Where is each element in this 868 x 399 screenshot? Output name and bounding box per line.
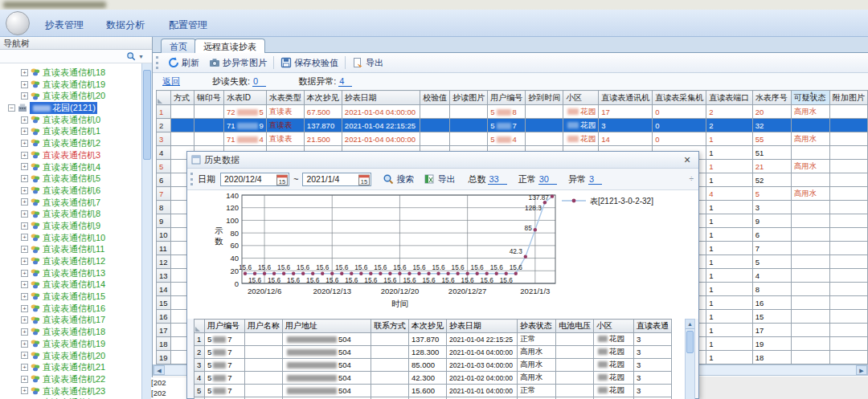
tree-node-communicator[interactable]: +直读表通信机7 <box>0 197 141 209</box>
dialog-titlebar[interactable]: 历史数据 × <box>187 152 698 169</box>
data-abnormal-count[interactable]: 4 <box>338 76 352 87</box>
column-header[interactable]: 抄读图片 <box>450 91 488 105</box>
tree-expander-icon[interactable]: + <box>21 316 28 324</box>
tree-node-communicator[interactable]: +直读表通信机19 <box>0 338 141 350</box>
row-number[interactable]: 18 <box>157 337 171 351</box>
history-scrollbar-thumb[interactable] <box>686 331 694 353</box>
row-number[interactable]: 1 <box>157 105 171 119</box>
column-header[interactable]: 本次抄见 <box>304 91 342 105</box>
date-to-input[interactable]: 2021/1/4 15 <box>302 173 371 186</box>
row-number[interactable]: 14 <box>157 283 171 296</box>
row-number[interactable]: 11 <box>157 242 171 255</box>
tree-scrollbar[interactable] <box>141 63 152 399</box>
column-header[interactable]: 抄表状态 <box>518 320 556 333</box>
row-number[interactable]: 3 <box>194 359 205 372</box>
table-row[interactable]: 55750415.6002021-01-01 04:00:00正常花园3 <box>194 385 672 397</box>
scroll-up-icon[interactable]: ▲ <box>686 320 694 329</box>
tree-node-communicator[interactable]: +直读表通信机20 <box>0 90 141 102</box>
tree-expander-icon[interactable]: + <box>21 352 28 359</box>
search-icon[interactable] <box>126 51 136 61</box>
table-row[interactable]: 35750485.0002021-01-03 04:00:00高用水花园3 <box>194 359 672 372</box>
row-number[interactable]: 3 <box>157 132 171 146</box>
tree-expander-icon[interactable]: + <box>21 116 28 124</box>
tree-node-communicator[interactable]: +直读表通信机1 <box>0 125 141 137</box>
tree-expander-icon[interactable]: + <box>21 340 28 348</box>
tab-home[interactable]: 首页 <box>161 39 196 53</box>
column-header[interactable]: 抄表日期 <box>447 320 518 333</box>
tree-node-communicator[interactable]: +直读表通信机19 <box>0 79 141 91</box>
column-header[interactable]: 钢印号 <box>194 91 223 105</box>
column-header[interactable]: 抄到时间 <box>526 91 563 105</box>
refresh-button[interactable]: 刷新 <box>163 55 204 71</box>
tree-expander-icon[interactable]: + <box>21 69 28 76</box>
row-number[interactable]: 2 <box>157 119 171 132</box>
tree-node-communicator[interactable]: +直读表通信机0 <box>0 114 141 126</box>
row-number[interactable]: 17 <box>157 324 171 337</box>
menu-data-analysis[interactable]: 数据分析 <box>101 17 149 34</box>
row-number[interactable]: 2 <box>194 346 205 359</box>
total-count[interactable]: 33 <box>488 174 506 185</box>
tree-node-communicator[interactable]: +直读表通信机22 <box>0 373 141 385</box>
export-history-button[interactable]: 导出 <box>419 172 460 187</box>
tree-expander-icon[interactable]: + <box>21 258 28 265</box>
tab-remote-direct-reading[interactable]: 远程直读抄表 <box>194 39 265 53</box>
tree-node-communicator[interactable]: +直读表通信机13 <box>0 267 141 279</box>
column-header[interactable]: 直读表通 <box>634 320 672 333</box>
row-number[interactable]: 5 <box>194 385 205 397</box>
tree-expander-icon[interactable]: + <box>21 246 28 253</box>
back-link[interactable]: 返回 <box>162 75 180 88</box>
tree-expander-icon[interactable]: + <box>21 305 28 312</box>
row-number[interactable]: 15 <box>157 296 171 310</box>
chevron-down-icon[interactable]: ▼ <box>138 54 144 59</box>
tree-node-selected-community[interactable]: −花园(2121) <box>0 102 141 114</box>
tree-expander-icon[interactable]: + <box>21 128 28 135</box>
tree-node-communicator[interactable]: +直读表通信机18 <box>0 67 141 79</box>
tree-expander-icon[interactable]: + <box>21 163 28 170</box>
calendar-icon[interactable]: 15 <box>358 174 370 187</box>
column-header[interactable]: 联系方式 <box>371 320 409 333</box>
column-header[interactable]: 用户名称 <box>245 320 283 333</box>
table-row[interactable]: 45750442.3002021-01-02 04:00:00高用水花园3 <box>194 372 672 385</box>
tree-node-communicator[interactable]: +直读表通信机11 <box>0 243 141 255</box>
column-header[interactable]: 小区 <box>563 91 599 105</box>
tree-expander-icon[interactable]: + <box>21 187 28 194</box>
column-header[interactable]: 直读表端口 <box>706 91 753 105</box>
tree-node-communicator[interactable]: +直读表通信机4 <box>0 161 141 173</box>
row-number[interactable]: 4 <box>194 372 205 385</box>
tree-node-communicator[interactable]: +直读表通信机18 <box>0 326 141 338</box>
tree-expander-icon[interactable]: + <box>21 364 28 371</box>
save-check-value-button[interactable]: 保存校验值 <box>276 55 343 71</box>
tree-node-communicator[interactable]: +直读表通信机12 <box>0 255 141 267</box>
tree-node-communicator[interactable]: +直读表通信机2 <box>0 137 141 149</box>
column-header[interactable]: 水表ID <box>223 91 266 105</box>
tree-node-communicator[interactable]: +直读表通信机17 <box>0 314 141 326</box>
tree-expander-icon[interactable]: + <box>21 387 28 394</box>
tree-expander-icon[interactable]: + <box>21 81 28 88</box>
row-number[interactable]: 16 <box>157 310 171 324</box>
row-number[interactable]: 19 <box>157 351 171 364</box>
tree-node-communicator[interactable]: +直读表通信机8 <box>0 208 141 220</box>
tree-expander-icon[interactable]: + <box>21 152 28 159</box>
tree-node-communicator[interactable]: +直读表通信机3 <box>0 149 141 161</box>
tree-expander-icon[interactable]: + <box>21 222 28 230</box>
normal-count[interactable]: 30 <box>538 174 557 185</box>
column-header[interactable]: 方式 <box>171 91 194 105</box>
history-table-scrollbar[interactable]: ▲ <box>685 319 695 399</box>
abnormal-count[interactable]: 3 <box>588 174 602 185</box>
table-row[interactable]: 157504137.8702021-01-04 22:15:25正常花园3 <box>194 333 672 346</box>
column-header[interactable]: 抄表日期 <box>342 91 420 105</box>
column-header[interactable]: 水表序号 <box>752 91 791 105</box>
column-header[interactable]: 直读表通讯机 <box>599 91 653 105</box>
tree-node-communicator[interactable]: +直读表通信机14 <box>0 279 141 291</box>
capture-abnormal-photo-button[interactable]: 抄异常图片 <box>204 55 272 71</box>
search-button[interactable]: 搜索 <box>378 172 419 187</box>
export-button[interactable]: 导出 <box>347 55 388 71</box>
row-number[interactable]: 7 <box>157 187 171 201</box>
column-header[interactable]: 可疑状态▴ <box>791 91 829 105</box>
menu-config-management[interactable]: 配置管理 <box>164 17 212 34</box>
table-row[interactable]: 2719直读表137.8702021-01-04 22:15:2557花园302… <box>157 119 868 132</box>
tree-expander-icon[interactable]: + <box>21 281 28 288</box>
tree-expander-icon[interactable]: + <box>21 198 28 206</box>
column-header[interactable]: 电池电压 <box>556 320 594 333</box>
select-all-corner[interactable] <box>194 320 205 333</box>
